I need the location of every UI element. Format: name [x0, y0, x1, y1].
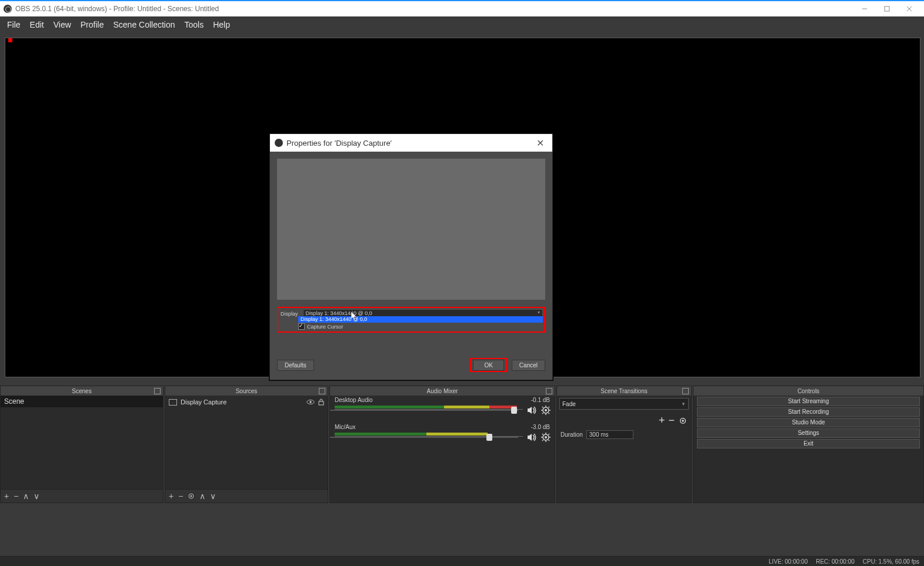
dialog-preview	[277, 159, 545, 300]
sources-dock: Sources Display Capture + − ∧ ∨	[165, 386, 328, 503]
sources-header: Sources	[165, 386, 328, 396]
obs-icon	[4, 5, 12, 13]
transition-value: Fade	[562, 401, 576, 407]
display-selected-value: Display 1: 3440x1440 @ 0,0	[306, 310, 372, 316]
mouse-cursor-icon	[351, 312, 358, 321]
display-option[interactable]: Display 1: 3440x1440 @ 0,0	[298, 316, 543, 323]
ok-button[interactable]: OK	[473, 360, 503, 371]
svg-point-30	[682, 420, 684, 422]
channel-db: -0.1 dB	[531, 397, 550, 403]
scene-down-button[interactable]: ∨	[34, 491, 39, 501]
dialog-titlebar: Properties for 'Display Capture' ✕	[270, 134, 552, 152]
source-down-button[interactable]: ∨	[210, 491, 216, 501]
transition-settings-icon[interactable]	[678, 416, 688, 426]
minimize-button[interactable]	[853, 2, 876, 16]
visibility-icon[interactable]	[306, 398, 315, 406]
menubar: File Edit View Profile Scene Collection …	[0, 16, 924, 33]
mute-icon[interactable]	[526, 405, 537, 416]
volume-knob[interactable]	[486, 434, 492, 441]
remove-scene-button[interactable]: −	[14, 491, 18, 501]
capture-cursor-label: Capture Cursor	[307, 324, 343, 330]
obs-window: OBS 25.0.1 (64-bit, windows) - Profile: …	[0, 0, 924, 566]
duration-label: Duration	[561, 431, 583, 438]
channel-settings-icon[interactable]	[541, 405, 551, 416]
controls-header: Controls	[693, 386, 923, 396]
source-properties-button[interactable]	[188, 493, 195, 500]
studio-mode-button[interactable]: Studio Mode	[697, 418, 920, 427]
menu-tools[interactable]: Tools	[180, 18, 209, 32]
titlebar: OBS 25.0.1 (64-bit, windows) - Profile: …	[0, 1, 924, 16]
settings-highlight: Display Display 1: 3440x1440 @ 0,0 ▾ Dis…	[277, 307, 545, 333]
start-recording-button[interactable]: Start Recording	[697, 407, 920, 417]
status-cpu: CPU: 1.5%, 60.00 fps	[863, 558, 919, 565]
duration-input[interactable]: 300 ms	[586, 430, 633, 439]
remove-transition-button[interactable]: −	[668, 414, 675, 427]
svg-line-18	[549, 407, 550, 408]
status-live: LIVE: 00:00:00	[769, 558, 808, 565]
channel-name: Desktop Audio	[335, 397, 373, 403]
svg-line-26	[549, 440, 550, 441]
menu-view[interactable]: View	[49, 18, 76, 32]
capture-cursor-checkbox[interactable]	[298, 323, 305, 330]
ok-highlight: OK	[470, 358, 506, 372]
menu-edit[interactable]: Edit	[25, 18, 49, 32]
svg-rect-1	[885, 6, 889, 11]
add-source-button[interactable]: +	[169, 491, 174, 501]
close-button[interactable]	[898, 2, 920, 16]
popout-icon[interactable]	[546, 388, 552, 394]
popout-icon[interactable]	[319, 388, 325, 394]
transitions-title: Scene Transitions	[601, 388, 648, 394]
channel-settings-icon[interactable]	[541, 432, 551, 443]
start-streaming-button[interactable]: Start Streaming	[697, 397, 920, 406]
popout-icon[interactable]	[682, 388, 689, 394]
svg-line-28	[549, 434, 550, 435]
mixer-channel-mic: Mic/Aux-3.0 dB	[330, 423, 555, 450]
remove-source-button[interactable]: −	[178, 491, 183, 501]
svg-point-20	[545, 436, 547, 438]
menu-help[interactable]: Help	[208, 18, 235, 32]
maximize-button[interactable]	[876, 2, 898, 16]
capture-cursor-row[interactable]: Capture Cursor	[298, 323, 343, 330]
scene-up-button[interactable]: ∧	[23, 491, 29, 501]
add-scene-button[interactable]: +	[4, 491, 9, 501]
display-icon	[169, 399, 177, 406]
volume-knob[interactable]	[511, 407, 517, 414]
settings-button[interactable]: Settings	[697, 428, 920, 438]
mute-icon[interactable]	[526, 432, 537, 443]
cancel-button[interactable]: Cancel	[512, 360, 545, 371]
source-up-button[interactable]: ∧	[199, 491, 205, 501]
svg-line-16	[549, 413, 550, 414]
svg-line-15	[542, 407, 543, 408]
add-transition-button[interactable]: +	[659, 414, 665, 427]
menu-profile[interactable]: Profile	[76, 18, 109, 32]
transition-select[interactable]: Fade ▼	[559, 398, 689, 410]
defaults-button[interactable]: Defaults	[277, 360, 314, 371]
audio-meter	[335, 406, 517, 408]
status-rec: REC: 00:00:00	[816, 558, 855, 565]
svg-rect-6	[319, 401, 323, 405]
popout-icon[interactable]	[154, 388, 161, 394]
channel-db: -3.0 dB	[531, 424, 550, 430]
source-handle[interactable]	[8, 38, 12, 42]
scene-item[interactable]: Scene	[1, 396, 163, 407]
exit-button[interactable]: Exit	[697, 439, 920, 448]
scenes-dock: Scenes Scene + − ∧ ∨	[0, 386, 164, 503]
lock-icon[interactable]	[318, 398, 324, 406]
properties-dialog: Properties for 'Display Capture' ✕ Displ…	[269, 133, 553, 380]
source-item[interactable]: Display Capture	[165, 396, 328, 408]
dialog-close-button[interactable]: ✕	[533, 138, 548, 149]
audio-meter	[335, 433, 488, 436]
menu-scene-collection[interactable]: Scene Collection	[108, 18, 179, 32]
volume-slider[interactable]	[330, 410, 518, 411]
source-label: Display Capture	[181, 398, 226, 406]
controls-dock: Controls Start Streaming Start Recording…	[693, 386, 924, 503]
svg-point-5	[309, 401, 312, 403]
mixer-channel-desktop: Desktop Audio-0.1 dB	[330, 396, 555, 423]
mixer-header: Audio Mixer	[330, 386, 555, 396]
controls-title: Controls	[798, 388, 819, 394]
channel-name: Mic/Aux	[335, 424, 356, 430]
window-title: OBS 25.0.1 (64-bit, windows) - Profile: …	[15, 5, 219, 13]
menu-file[interactable]: File	[2, 18, 25, 32]
svg-point-8	[191, 495, 192, 497]
mixer-title: Audio Mixer	[427, 388, 458, 394]
